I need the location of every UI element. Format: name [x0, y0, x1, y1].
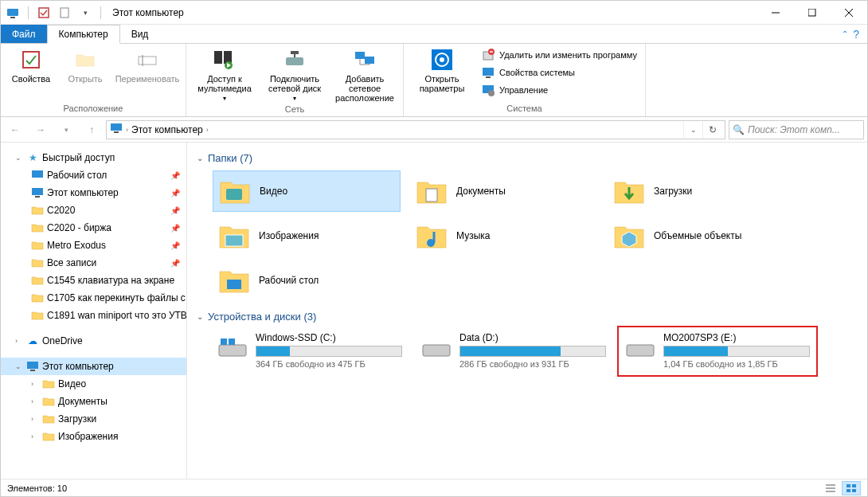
tree-folder-c1891[interactable]: C1891 wan miniport что это УТВЕ: [1, 307, 186, 324]
svg-rect-15: [291, 51, 299, 54]
folder-icon: [31, 239, 44, 252]
tree-documents[interactable]: ›Документы: [1, 393, 186, 410]
tree-downloads[interactable]: ›Загрузки: [1, 410, 186, 428]
address-dropdown-button[interactable]: ⌄: [683, 121, 702, 139]
ribbon-map-drive-button[interactable]: Подключить сетевой диск▾: [261, 45, 328, 102]
tree-folder-c2020b[interactable]: C2020 - биржа📌: [1, 219, 186, 237]
ribbon-tabs: Файл Компьютер Вид ⌃?: [1, 25, 867, 44]
ribbon-properties-button[interactable]: Свойства: [6, 45, 57, 84]
status-item-count: Элементов: 10: [7, 483, 67, 493]
svg-rect-0: [7, 9, 18, 16]
tree-onedrive[interactable]: ›☁OneDrive: [1, 332, 186, 350]
svg-rect-5: [808, 9, 815, 16]
pc-icon: [26, 360, 39, 373]
folder-item-documents[interactable]: Документы: [410, 170, 598, 212]
tree-videos[interactable]: ›Видео: [1, 375, 186, 393]
rename-icon: [135, 47, 160, 72]
tree-folder-c2020[interactable]: C2020📌: [1, 202, 186, 219]
nav-recent-button[interactable]: ▾: [55, 120, 77, 139]
music-folder-icon: [415, 219, 448, 252]
chevron-right-icon[interactable]: ›: [126, 126, 128, 134]
ribbon: Свойства Открыть Переименовать Расположе…: [1, 44, 867, 117]
ribbon-manage-button[interactable]: Управление: [479, 82, 640, 98]
pin-icon: 📌: [170, 189, 180, 198]
tree-folder-metro[interactable]: Metro Exodus📌: [1, 237, 186, 254]
folder-icon: [31, 309, 44, 322]
qat-explorer-icon[interactable]: [4, 4, 22, 22]
folder-item-downloads[interactable]: Загрузки: [608, 170, 796, 212]
svg-rect-48: [627, 345, 654, 356]
drive-item-d[interactable]: Data (D:) 286 ГБ свободно из 931 ГБ: [416, 329, 611, 374]
ribbon-media-button[interactable]: Доступ к мультимедиа▾: [191, 45, 258, 102]
svg-rect-41: [225, 235, 243, 246]
folder-item-3d[interactable]: Объемные объекты: [608, 215, 796, 256]
view-details-button[interactable]: [821, 481, 840, 495]
qat-properties-icon[interactable]: [35, 4, 53, 22]
drive-usage-bar: [256, 346, 402, 357]
folder-icon: [42, 378, 55, 390]
svg-rect-55: [852, 489, 856, 492]
sysprops-icon: [482, 66, 495, 79]
folder-item-music[interactable]: Музыка: [410, 215, 598, 256]
pc-icon: [31, 186, 44, 199]
svg-rect-17: [355, 52, 365, 59]
ribbon-settings-button[interactable]: Открыть параметры: [409, 45, 475, 93]
tab-file[interactable]: Файл: [1, 25, 47, 43]
close-button[interactable]: [831, 1, 867, 25]
drive-item-c[interactable]: Windows-SSD (C:) 364 ГБ свободно из 475 …: [213, 329, 407, 374]
ribbon-add-location-button[interactable]: Добавить сетевое расположение: [331, 45, 398, 103]
tree-desktop[interactable]: Рабочий стол📌: [1, 166, 186, 184]
pc-icon: [110, 122, 123, 137]
folder-icon: [31, 274, 44, 287]
ribbon-sysprops-button[interactable]: Свойства системы: [479, 65, 640, 80]
svg-rect-33: [114, 131, 119, 133]
ribbon-group-system: Система: [506, 102, 542, 116]
tree-folder-all[interactable]: Все записи📌: [1, 254, 186, 272]
nav-up-button[interactable]: ↑: [80, 120, 103, 139]
breadcrumb-root[interactable]: Этот компьютер: [131, 124, 203, 135]
svg-rect-54: [846, 489, 850, 492]
minimize-button[interactable]: [757, 1, 794, 25]
tree-folder-c1545[interactable]: C1545 клавиатура на экране: [1, 272, 186, 289]
manage-icon: [482, 84, 495, 96]
svg-rect-14: [286, 57, 303, 65]
chevron-right-icon[interactable]: ›: [206, 126, 209, 134]
group-header-folders[interactable]: ⌄Папки (7): [197, 152, 864, 164]
group-header-drives[interactable]: ⌄Устройства и диски (3): [197, 311, 864, 323]
svg-rect-52: [846, 484, 850, 487]
view-large-icons-button[interactable]: [842, 481, 861, 495]
address-bar-row: ← → ▾ ↑ › Этот компьютер › ⌄ ↻ 🔍 Поиск: …: [1, 117, 867, 143]
ribbon-collapse-button[interactable]: ⌃?: [834, 25, 867, 43]
svg-rect-1: [10, 17, 15, 18]
tree-folder-c1705[interactable]: C1705 как перекинуть файлы с п: [1, 289, 186, 307]
tree-this-pc[interactable]: ⌄Этот компьютер: [1, 358, 186, 375]
nav-forward-button[interactable]: →: [29, 120, 52, 139]
svg-rect-3: [61, 8, 68, 18]
tree-this-pc-pinned[interactable]: Этот компьютер📌: [1, 184, 186, 202]
folder-item-pictures[interactable]: Изображения: [213, 215, 401, 256]
search-input[interactable]: 🔍 Поиск: Этот комп...: [729, 120, 864, 139]
refresh-button[interactable]: ↻: [702, 121, 721, 139]
svg-point-24: [440, 57, 444, 62]
3d-folder-icon: [612, 219, 646, 252]
tab-computer[interactable]: Компьютер: [47, 25, 120, 44]
folder-item-videos[interactable]: Видео: [213, 170, 401, 212]
svg-rect-18: [365, 57, 374, 64]
folder-item-desktop[interactable]: Рабочий стол: [213, 260, 401, 301]
tab-view[interactable]: Вид: [120, 25, 160, 43]
ribbon-uninstall-button[interactable]: Удалить или изменить программу: [479, 47, 640, 63]
drive-item-e[interactable]: MO2007SP3 (E:) 1,04 ГБ свободно из 1,85 …: [620, 329, 815, 374]
address-bar[interactable]: › Этот компьютер › ⌄ ↻: [106, 120, 725, 139]
tree-pictures[interactable]: ›Изображения: [1, 428, 186, 445]
tree-quick-access[interactable]: ⌄★Быстрый доступ: [1, 149, 186, 166]
documents-folder-icon: [415, 174, 448, 208]
qat-new-icon[interactable]: [56, 4, 73, 22]
downloads-folder-icon: [612, 174, 646, 208]
drive-icon: [625, 334, 655, 364]
maximize-button[interactable]: [794, 1, 831, 25]
qat-dropdown-icon[interactable]: ▾: [76, 4, 94, 22]
svg-rect-36: [35, 196, 40, 198]
open-icon: [72, 47, 98, 72]
svg-rect-11: [214, 51, 222, 64]
nav-back-button[interactable]: ←: [4, 120, 26, 139]
